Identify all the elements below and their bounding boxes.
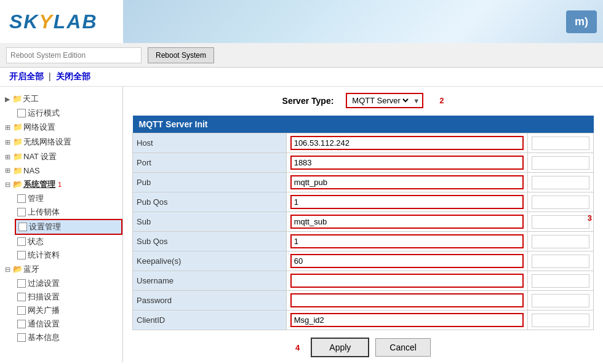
sidebar-item-saomiao[interactable]: 扫描设置 (15, 290, 122, 304)
field-value-cell (286, 232, 527, 251)
page-icon (17, 279, 26, 288)
field-input[interactable] (292, 255, 522, 267)
folder-icon: 📁 (13, 138, 22, 146)
field-input[interactable] (292, 275, 522, 287)
reboot-button[interactable]: Reboot System (148, 47, 214, 63)
sidebar-item-wangluo[interactable]: ⊞ 📁 网络设置 (0, 120, 122, 135)
open-all-link[interactable]: 开启全部 (9, 71, 44, 82)
cancel-button[interactable]: Cancel (375, 338, 431, 357)
field-extra-input[interactable] (532, 274, 589, 288)
field-input[interactable] (292, 196, 522, 208)
mqtt-table: MQTT Server Init HostPortPubPub QosSub3S… (132, 116, 594, 330)
num-1-badge: 1 (58, 181, 62, 188)
sidebar-tianwei-label: 天工 (23, 93, 39, 105)
server-type-select[interactable]: MQTT Server HTTP Server (349, 95, 410, 106)
sidebar-guolv-label: 过滤设置 (28, 278, 60, 289)
field-extra-input[interactable] (532, 255, 589, 268)
m-button[interactable]: m) (566, 10, 597, 33)
xitong-children: 管理 上传韧体 设置管理 状态 统计资料 (0, 192, 122, 262)
field-label: Username (133, 271, 287, 291)
sidebar-item-nas[interactable]: ⊞ 📁 NAS (0, 164, 122, 177)
expand-icon: ⊟ (5, 266, 10, 274)
sidebar-item-tongxin[interactable]: 通信设置 (15, 317, 122, 331)
expand-icon: ⊟ (5, 181, 10, 189)
field-label: ClientID (133, 311, 287, 330)
field-extra-input[interactable] (532, 156, 589, 170)
sidebar-shezhi-label: 设置管理 (29, 221, 61, 232)
sidebar-item-tianwei[interactable]: ▶ 📁 天工 (0, 92, 122, 106)
field-input-wrap (290, 254, 524, 268)
field-input[interactable] (292, 235, 522, 247)
sidebar-item-jibenx[interactable]: 基本信息 (15, 331, 122, 344)
sidebar-item-tongji[interactable]: 统计资料 (15, 248, 122, 262)
sidebar-item-wuxian[interactable]: ⊞ 📁 无线网络设置 (0, 135, 122, 149)
field-extra-input[interactable] (532, 176, 589, 189)
page-icon (17, 320, 26, 328)
apply-button[interactable]: Apply (311, 338, 369, 357)
field-value-cell (286, 173, 527, 192)
expand-icon: ⊞ (5, 167, 10, 175)
field-extra-input[interactable] (532, 235, 589, 248)
num-4-badge: 4 (295, 343, 300, 352)
page-icon (17, 293, 26, 301)
field-label: Host (133, 133, 287, 153)
folder-icon: 📁 (13, 152, 22, 161)
field-extra-cell (527, 192, 593, 212)
dropdown-indicator: ▼ (413, 97, 420, 105)
table-row: ClientID (133, 311, 594, 330)
sidebar-item-guolv[interactable]: 过滤设置 (15, 277, 122, 290)
field-input[interactable] (292, 157, 522, 168)
field-extra-input[interactable] (532, 294, 589, 307)
field-extra-input[interactable] (532, 136, 589, 150)
sidebar-item-guanli[interactable]: 管理 (15, 192, 122, 205)
field-input-wrap (290, 274, 524, 288)
page-icon (17, 237, 26, 246)
reboot-input[interactable] (6, 47, 142, 63)
field-value-cell (286, 311, 527, 330)
folder-icon: 📁 (13, 123, 22, 132)
field-input[interactable] (292, 314, 522, 326)
sidebar-jibenx-label: 基本信息 (28, 332, 60, 343)
table-row: Sub Qos (133, 232, 594, 251)
sidebar-item-shezhi[interactable]: 设置管理 (15, 219, 122, 235)
sidebar-tongxin-label: 通信设置 (28, 318, 60, 330)
field-input-wrap (290, 234, 524, 248)
field-value-cell (286, 192, 527, 212)
page-icon (17, 251, 26, 259)
table-row: Password (133, 291, 594, 311)
field-value-cell (286, 271, 527, 291)
field-extra-cell (527, 271, 593, 291)
sidebar-item-shangchuan[interactable]: 上传韧体 (15, 205, 122, 219)
sidebar-item-yunxing[interactable]: 运行模式 (15, 106, 122, 120)
sidebar-wangluo-label: 网络设置 (23, 122, 55, 133)
field-extra-input[interactable] (532, 314, 589, 327)
field-input[interactable] (292, 216, 522, 228)
field-label: Keepalive(s) (133, 251, 287, 271)
sidebar-item-lanya[interactable]: ⊟ 📂 蓝牙 (0, 262, 122, 277)
field-input[interactable] (292, 176, 522, 188)
page-icon (17, 306, 26, 315)
main-layout: ▶ 📁 天工 运行模式 ⊞ 📁 网络设置 ⊞ 📁 无线网络设置 ⊞ 📁 (0, 87, 603, 362)
field-value-cell (286, 133, 527, 153)
field-label: Pub Qos (133, 192, 287, 212)
page-icon (18, 223, 27, 231)
folder-icon: 📂 (13, 265, 22, 274)
field-input[interactable] (292, 295, 522, 306)
sidebar-item-xitong[interactable]: ⊟ 📂 系统管理 1 (0, 177, 122, 192)
field-extra-input[interactable] (532, 196, 589, 209)
expand-icon: ▶ (5, 95, 10, 103)
close-all-link[interactable]: 关闭全部 (56, 71, 90, 82)
page-icon (17, 109, 26, 117)
field-label: Password (133, 291, 287, 311)
field-input[interactable] (292, 137, 522, 149)
sidebar-guanli-label: 管理 (28, 193, 44, 204)
field-value-cell (286, 291, 527, 311)
page-icon (17, 194, 26, 203)
sidebar-item-nat[interactable]: ⊞ 📁 NAT 设置 (0, 149, 122, 164)
field-value-cell (286, 212, 527, 232)
table-row: Host (133, 133, 594, 153)
sidebar-item-wangguang[interactable]: 网关广播 (15, 304, 122, 317)
field-extra-input[interactable] (532, 215, 589, 229)
field-input-wrap (290, 293, 524, 307)
sidebar-item-zhuangtai[interactable]: 状态 (15, 235, 122, 248)
